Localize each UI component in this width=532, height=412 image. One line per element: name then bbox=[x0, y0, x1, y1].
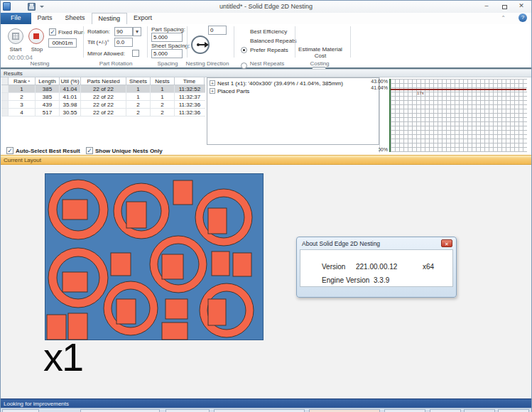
expand-icon[interactable]: + bbox=[210, 88, 215, 94]
balanced-repeats-label: Balanced Repeats bbox=[250, 38, 296, 44]
column-header[interactable]: Nests bbox=[151, 77, 175, 85]
show-unique-checkbox[interactable]: ✓ bbox=[86, 147, 93, 154]
about-dialog-title: About Solid Edge 2D Nesting bbox=[302, 240, 380, 247]
column-header[interactable]: Time bbox=[175, 77, 205, 85]
table-cell: 41.04 bbox=[60, 85, 81, 92]
current-layout-header: Current Layout bbox=[1, 155, 531, 165]
table-cell: 22 of 22 bbox=[81, 85, 126, 92]
help-icon[interactable]: ? bbox=[519, 13, 527, 22]
tilt-input[interactable]: 0.0 bbox=[114, 38, 133, 47]
nest-repeats-group-label: Nest Repeats bbox=[242, 60, 292, 67]
column-header[interactable]: Sheets bbox=[126, 77, 151, 85]
taskbar-item[interactable] bbox=[214, 409, 305, 412]
mirror-allowed-label: Mirror Allowed: bbox=[87, 50, 125, 57]
layout-canvas[interactable]: x1 About Solid Edge 2D Nesting ✕ Version… bbox=[1, 165, 531, 399]
column-header[interactable]: Rank▴ bbox=[9, 77, 36, 85]
collapse-ribbon-icon[interactable]: ⌃ bbox=[501, 15, 506, 21]
best-efficiency-radio[interactable] bbox=[241, 47, 247, 53]
rotation-dropdown-icon[interactable]: ▾ bbox=[133, 27, 141, 36]
table-cell: 22 of 22 bbox=[81, 109, 126, 116]
about-close-button[interactable]: ✕ bbox=[441, 239, 452, 247]
fixed-run-checkbox[interactable]: ✓ bbox=[49, 28, 56, 36]
results-options-row: ✓ Auto-Select Best Result ✓ Show Unique … bbox=[1, 146, 379, 155]
taskbar-item[interactable] bbox=[384, 409, 425, 412]
expand-icon[interactable]: + bbox=[210, 80, 215, 86]
close-button[interactable]: ✕ bbox=[514, 1, 529, 11]
taskbar-item[interactable] bbox=[2, 409, 39, 412]
table-row[interactable]: 138541.0422 of 221111:32:52 bbox=[1, 85, 205, 93]
table-cell: 2 bbox=[126, 101, 151, 108]
table-cell: 1 bbox=[151, 93, 175, 100]
table-cell: 22 of 22 bbox=[81, 101, 126, 108]
column-header[interactable]: Parts Nested bbox=[81, 77, 126, 85]
group-separator bbox=[350, 26, 351, 58]
table-cell: 11:32:36 bbox=[175, 109, 205, 116]
part-spacing-input[interactable]: 5.000 bbox=[151, 33, 183, 42]
tree-item-label: Nest 1 (x1): '400x300' (39.49% / 41.04%,… bbox=[217, 80, 343, 87]
minimize-button[interactable]: – bbox=[479, 1, 494, 11]
costing-group-label: Costing bbox=[298, 60, 342, 67]
app-window: untitled* - Solid Edge 2D Nesting – ✕ Fi… bbox=[0, 0, 532, 412]
results-header: Results bbox=[1, 69, 531, 77]
sheet-spacing-input[interactable]: 5.000 bbox=[151, 49, 183, 58]
tree-item-placed-parts[interactable]: + Placed Parts bbox=[209, 87, 379, 94]
table-header-row[interactable]: Rank▴LengthUtil (%)Parts NestedSheetsNes… bbox=[1, 77, 205, 85]
table-row[interactable]: 451730.5522 of 222211:32:36 bbox=[1, 109, 205, 116]
tree-item-nest[interactable]: + Nest 1 (x1): '400x300' (39.49% / 41.04… bbox=[209, 80, 379, 87]
taskbar-item[interactable] bbox=[498, 409, 529, 412]
rotation-select[interactable]: 90 bbox=[114, 27, 133, 36]
table-cell: 3 bbox=[9, 101, 36, 108]
engine-version-label: Engine Version bbox=[322, 276, 369, 284]
tab-sheets[interactable]: Sheets bbox=[59, 13, 92, 24]
start-nest-icon bbox=[12, 33, 19, 40]
table-cell: 11:32:52 bbox=[175, 85, 205, 92]
table-cell: 11:32:36 bbox=[175, 101, 205, 108]
taskbar-item[interactable] bbox=[80, 409, 160, 412]
stop-label: Stop bbox=[26, 46, 48, 53]
tab-file[interactable]: File bbox=[1, 13, 31, 24]
tab-export[interactable]: Export bbox=[127, 13, 158, 24]
results-table: Rank▴LengthUtil (%)Parts NestedSheetsNes… bbox=[1, 77, 205, 116]
stop-icon bbox=[33, 33, 39, 39]
fixed-run-label: Fixed Run bbox=[58, 29, 84, 36]
group-separator bbox=[187, 26, 188, 58]
direction-input[interactable]: 0 bbox=[208, 26, 227, 35]
title-bar: untitled* - Solid Edge 2D Nesting – ✕ bbox=[1, 1, 531, 13]
auto-select-label: Auto-Select Best Result bbox=[16, 148, 80, 154]
group-separator bbox=[147, 26, 148, 58]
spacing-group-label: Spacing bbox=[150, 60, 185, 67]
table-cell: 4 bbox=[9, 109, 36, 116]
taskbar-item[interactable] bbox=[430, 409, 461, 412]
restore-icon bbox=[502, 5, 507, 9]
table-cell: 35.98 bbox=[60, 101, 81, 108]
tab-parts[interactable]: Parts bbox=[31, 13, 59, 24]
ribbon-tab-row: File Parts Sheets Nesting Export bbox=[1, 13, 531, 24]
nested-sheet[interactable] bbox=[45, 173, 264, 340]
table-cell: 2 bbox=[9, 93, 36, 100]
auto-select-checkbox[interactable]: ✓ bbox=[6, 147, 13, 154]
estimate-material-cost-button[interactable]: Estimate Material Cost bbox=[292, 46, 349, 59]
sheet-spacing-label: Sheet Spacing: bbox=[151, 43, 190, 49]
nesting-direction-icon[interactable] bbox=[191, 36, 210, 54]
run-time-input[interactable]: 00h01m bbox=[48, 38, 77, 48]
table-row[interactable]: 343935.9822 of 222211:32:36 bbox=[1, 101, 205, 109]
table-cell: 385 bbox=[36, 93, 60, 100]
restore-button[interactable] bbox=[496, 1, 512, 11]
group-separator bbox=[83, 26, 84, 58]
column-header[interactable]: Util (%) bbox=[60, 77, 81, 85]
show-unique-label: Show Unique Nests Only bbox=[95, 148, 163, 154]
table-row[interactable]: 238541.0122 of 221111:32:37 bbox=[1, 93, 205, 101]
taskbar-item[interactable] bbox=[309, 409, 380, 412]
taskbar-item[interactable] bbox=[464, 409, 495, 412]
tilt-label: Tilt (+/-)° bbox=[87, 39, 109, 45]
start-button[interactable] bbox=[8, 28, 23, 44]
stop-button[interactable] bbox=[28, 28, 44, 44]
utilization-line bbox=[391, 89, 526, 90]
mirror-allowed-checkbox[interactable] bbox=[132, 50, 139, 57]
tab-nesting[interactable]: Nesting bbox=[92, 13, 128, 24]
nesting-group-label: Nesting bbox=[15, 60, 65, 67]
table-cell: 385 bbox=[36, 85, 60, 92]
column-header[interactable]: Length bbox=[36, 77, 60, 85]
about-dialog[interactable]: About Solid Edge 2D Nesting ✕ Version 22… bbox=[296, 237, 457, 298]
taskbar-item[interactable] bbox=[165, 409, 210, 412]
